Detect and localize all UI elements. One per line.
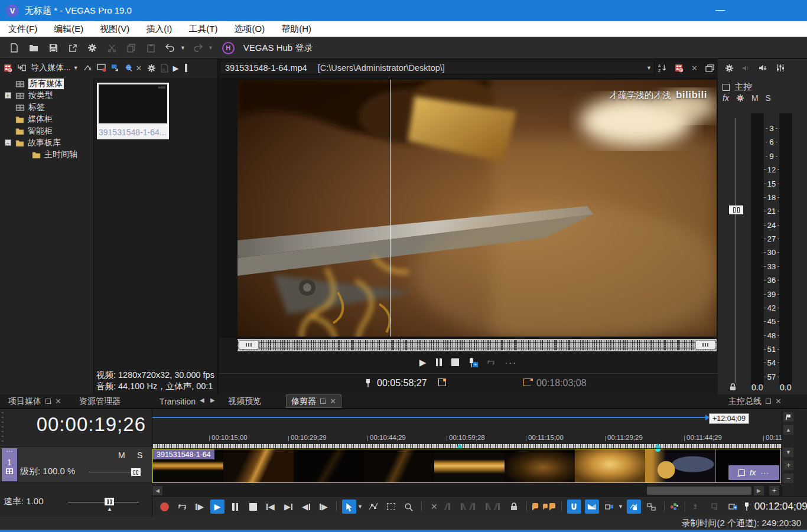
trimmer-pause-icon[interactable] bbox=[435, 358, 442, 366]
tab-explorer[interactable]: 资源管理器 bbox=[74, 394, 125, 408]
cursor-marker-icon[interactable] bbox=[655, 443, 660, 448]
time-ruler[interactable]: 00:10:15;00 00:10:29;29 00:10:44;29 00:1… bbox=[152, 432, 795, 444]
tree-item-smart-bins[interactable]: 智能柜 bbox=[0, 125, 93, 137]
event-crop-icon[interactable] bbox=[738, 469, 745, 476]
trimmer-stop-icon[interactable] bbox=[451, 358, 459, 366]
timeline[interactable]: +12:04;09 00:10:15;00 00:10:29;29 00:10:… bbox=[152, 409, 795, 496]
undo-dropdown-icon[interactable]: ▼ bbox=[180, 45, 186, 51]
vegas-hub-icon[interactable]: H bbox=[222, 42, 235, 54]
trimmer-waveform[interactable] bbox=[237, 339, 717, 351]
lock-envelopes-toggle[interactable] bbox=[627, 500, 641, 514]
collapse-minus-icon[interactable]: − bbox=[5, 139, 11, 146]
add-across-tracks-icon[interactable] bbox=[726, 500, 740, 514]
open-project-icon[interactable] bbox=[27, 40, 41, 56]
scroll-left-icon[interactable]: ◀ bbox=[152, 486, 162, 495]
expand-plus-icon[interactable]: + bbox=[5, 92, 11, 99]
clear-tool-icon[interactable]: ✕ bbox=[427, 500, 441, 514]
mixing-console-icon[interactable] bbox=[691, 500, 705, 514]
mixer-settings-gear-icon[interactable] bbox=[725, 64, 734, 73]
track-color-strip[interactable]: ··· 1 bbox=[2, 448, 17, 481]
menu-insert[interactable]: 插入(I) bbox=[138, 21, 180, 37]
scroll-up-icon[interactable]: ▲ bbox=[783, 425, 793, 435]
float-window-icon[interactable] bbox=[705, 64, 714, 72]
master-solo-button[interactable]: S bbox=[766, 93, 771, 103]
tree-item-tags[interactable]: 标签 bbox=[0, 102, 93, 113]
import-dropdown-icon[interactable]: ▼ bbox=[73, 65, 79, 71]
trimmer-cursor-time[interactable]: 00:05:58;27 bbox=[377, 378, 427, 389]
copy-icon[interactable] bbox=[124, 40, 138, 56]
waveform-scroll-handle-left[interactable] bbox=[239, 340, 259, 350]
menu-view[interactable]: 视图(V) bbox=[92, 21, 138, 37]
ripple-dropdown-icon[interactable]: ▼ bbox=[618, 504, 623, 510]
video-track-lane[interactable]: 391531548-1-64 ····· ····· ····· ····· f… bbox=[152, 449, 795, 483]
tab-close-icon[interactable]: ✕ bbox=[330, 397, 336, 406]
paste-icon[interactable] bbox=[144, 40, 158, 56]
track-more-icon[interactable]: ··· bbox=[2, 447, 17, 455]
ripple-edit-toggle[interactable] bbox=[603, 500, 617, 514]
menu-tools[interactable]: 工具(T) bbox=[180, 21, 226, 37]
zoom-in-time-icon[interactable]: + bbox=[769, 486, 779, 495]
selection-bar[interactable] bbox=[152, 417, 712, 418]
cut-icon[interactable] bbox=[105, 40, 119, 56]
new-project-icon[interactable] bbox=[7, 40, 21, 56]
master-fx-button[interactable]: fx bbox=[723, 93, 729, 103]
dim-output-speaker-icon[interactable] bbox=[759, 64, 768, 72]
edit-tool-dropdown-icon[interactable]: ▼ bbox=[357, 504, 363, 510]
auto-crossfade-toggle[interactable] bbox=[585, 500, 599, 514]
loop-playback-icon[interactable] bbox=[486, 358, 496, 366]
track-level-handle[interactable] bbox=[131, 468, 141, 476]
menu-help[interactable]: 帮助(H) bbox=[273, 21, 320, 37]
snap-toggle[interactable] bbox=[567, 500, 581, 514]
transport-timecode[interactable]: 00:12:04;09 bbox=[754, 501, 807, 513]
menu-edit[interactable]: 编辑(E) bbox=[45, 21, 92, 37]
go-to-start-button[interactable]: ◀ bbox=[263, 500, 278, 514]
video-preview[interactable]: 才疏学浅的才浅 bilibili bbox=[237, 80, 717, 337]
redo-icon[interactable] bbox=[191, 40, 205, 56]
media-fx-icon[interactable]: fx bbox=[161, 64, 168, 73]
meter-lock-icon[interactable] bbox=[730, 383, 736, 391]
cursor-marker-icon[interactable] bbox=[457, 443, 463, 448]
envelope-tool[interactable] bbox=[366, 500, 380, 514]
loop-playback-button[interactable] bbox=[175, 500, 189, 514]
waveform-scroll-handle-right[interactable] bbox=[695, 340, 715, 350]
insert-region-button[interactable] bbox=[542, 500, 556, 514]
rate-slider[interactable] bbox=[68, 502, 139, 502]
get-media-web-icon[interactable] bbox=[125, 64, 134, 72]
trimmer-play-icon[interactable]: ▶ bbox=[419, 357, 427, 368]
track-solo-button[interactable]: S bbox=[137, 451, 142, 460]
capture-monitor-icon[interactable] bbox=[97, 64, 106, 72]
marker-tool-icon[interactable] bbox=[783, 412, 793, 422]
stop-button[interactable] bbox=[246, 500, 260, 514]
scroll-right-icon[interactable]: ▶ bbox=[754, 486, 764, 495]
zoom-out-track-icon[interactable]: − bbox=[783, 474, 793, 483]
normal-edit-tool[interactable] bbox=[342, 500, 356, 514]
event-more-button[interactable]: ··· bbox=[760, 469, 769, 477]
menu-file[interactable]: 文件(F) bbox=[0, 21, 45, 37]
play-button[interactable]: ▶ bbox=[210, 500, 224, 514]
tab-close-icon[interactable]: ✕ bbox=[55, 397, 61, 406]
trim-start-tool[interactable] bbox=[445, 502, 454, 511]
tab-video-preview[interactable]: 视频预览 bbox=[223, 394, 266, 408]
zoom-in-track-icon[interactable]: + bbox=[783, 461, 793, 470]
trim-end-tool[interactable] bbox=[457, 502, 466, 511]
tree-item-by-type[interactable]: + 按类型 bbox=[0, 90, 93, 102]
selection-length-icon[interactable] bbox=[523, 378, 531, 386]
media-preview-stop-icon[interactable] bbox=[185, 64, 187, 72]
add-marker-icon[interactable]: + bbox=[468, 358, 477, 367]
save-project-icon[interactable] bbox=[46, 40, 60, 56]
tree-item-storyboard-bins[interactable]: − 故事板库 bbox=[0, 137, 93, 149]
scroll-down-icon[interactable]: ▼ bbox=[783, 448, 793, 457]
tab-float-icon[interactable] bbox=[766, 399, 771, 404]
timeline-cursor-timecode[interactable]: 00:00:19;26 bbox=[37, 413, 146, 436]
previous-frame-button[interactable]: ◀ bbox=[299, 500, 313, 514]
zoom-tool[interactable] bbox=[402, 500, 416, 514]
tab-master-bus[interactable]: 主控总线 ✕ bbox=[724, 394, 786, 408]
media-properties-gear-icon[interactable] bbox=[147, 64, 156, 73]
video-track-header[interactable]: ··· 1 M S 级别: 100.0 % bbox=[0, 446, 152, 483]
file-selector-dropdown-icon[interactable]: ▼ bbox=[646, 65, 652, 71]
settings-gear-icon[interactable] bbox=[85, 40, 99, 56]
selection-tool[interactable] bbox=[384, 500, 398, 514]
vegas-hub-login[interactable]: VEGAS Hub 登录 bbox=[243, 43, 313, 54]
automation-gear-icon[interactable] bbox=[736, 94, 744, 102]
remove-media-icon[interactable]: ✕ bbox=[136, 64, 142, 73]
